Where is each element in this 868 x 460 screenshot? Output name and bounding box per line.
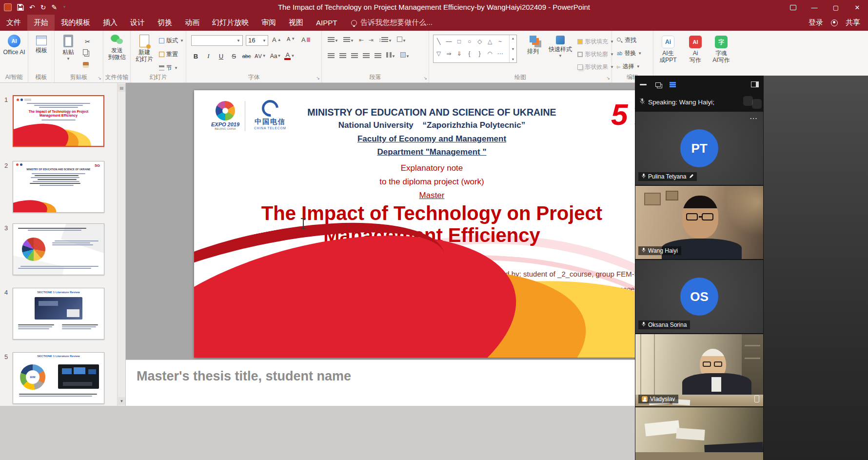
shape-arrow-right-icon[interactable]: ⇒	[444, 47, 454, 60]
section-button[interactable]: 节▼	[159, 64, 178, 72]
align-center-icon[interactable]	[339, 53, 346, 58]
tab-review[interactable]: 审阅	[255, 15, 282, 31]
format-painter-button[interactable]	[83, 62, 89, 68]
underline-button[interactable]: U	[217, 51, 226, 61]
send-to-wechat-button[interactable]: 发送 到微信	[106, 35, 128, 60]
collapse-panel-icon[interactable]	[640, 84, 647, 85]
decrease-indent-icon[interactable]: ⇤	[359, 37, 364, 43]
tab-aippt[interactable]: AIPPT	[310, 15, 343, 31]
align-left-icon[interactable]	[328, 53, 335, 58]
slide-master-line[interactable]: Master	[214, 191, 650, 200]
shape-arrow-down-icon[interactable]: ⇓	[454, 47, 464, 60]
bullets-button[interactable]: ▼	[328, 37, 338, 43]
qat-customize-icon[interactable]: ▼	[62, 5, 66, 9]
participant-tile-pulina[interactable]: ⋯ PT Pulina Tetyana	[635, 112, 763, 185]
increase-indent-icon[interactable]: ⇥	[369, 37, 374, 43]
align-right-icon[interactable]	[351, 53, 358, 58]
slide-explanatory-line[interactable]: Explanatory note	[214, 163, 650, 173]
participant-tile-partial[interactable]	[635, 407, 763, 460]
numbering-button[interactable]: ▼	[343, 37, 354, 43]
notes-text[interactable]: Master's thesis title, student name	[137, 369, 351, 384]
shape-hline-icon[interactable]: —	[444, 35, 454, 47]
find-button[interactable]: 查找	[617, 36, 636, 44]
ribbon-display-options-icon[interactable]	[782, 0, 804, 15]
justify-icon[interactable]	[363, 53, 370, 58]
layout-switch-icon[interactable]	[751, 81, 759, 87]
shape-rect-icon[interactable]: □	[454, 35, 464, 47]
font-name-combobox[interactable]: ▼	[191, 35, 243, 46]
redo-icon[interactable]: ↻	[40, 3, 46, 11]
slide-university-line[interactable]: National University “Zaporizhzhia Polyte…	[214, 120, 650, 130]
tab-file[interactable]: 文件	[0, 15, 27, 31]
tab-view[interactable]: 视图	[282, 15, 310, 31]
shadow-strike-button[interactable]: S	[229, 51, 238, 61]
thumbnail-scroll-down-icon[interactable]: ▼	[118, 397, 125, 405]
maximize-icon[interactable]: ▢	[825, 0, 847, 15]
undo-icon[interactable]: ↶	[29, 3, 35, 11]
font-size-combobox[interactable]: 16▼	[246, 35, 268, 46]
slide-ministry-line[interactable]: MINISTRY OF EDUCATION AND SCIENCE OF UKR…	[214, 107, 650, 118]
tab-animations[interactable]: 动画	[178, 15, 206, 31]
select-button[interactable]: ▻ 选择▼	[617, 62, 640, 71]
ai-generate-ppt-button[interactable]: Ai AI生 成PPT	[656, 36, 680, 63]
slide-canvas[interactable]: EXPO 2019 BEIJING CHINA 中国电信 CHINA TELEC…	[194, 90, 670, 358]
reset-button[interactable]: 重置	[159, 50, 178, 59]
tab-my-templates[interactable]: 我的模板	[55, 15, 97, 31]
shape-more-icon[interactable]: ⋯	[495, 47, 505, 60]
shape-arc-icon[interactable]: ◠	[485, 47, 495, 60]
distribute-icon[interactable]	[375, 53, 381, 58]
italic-button[interactable]: I	[204, 51, 213, 61]
clear-formatting-button[interactable]: A	[301, 36, 310, 43]
shapes-scroll-up-icon[interactable]: ▲	[512, 37, 515, 40]
user-icon[interactable]	[831, 20, 838, 26]
template-button[interactable]: 模板	[32, 36, 51, 54]
shape-curve-icon[interactable]: ~	[495, 35, 505, 47]
change-case-button[interactable]: Aa▼	[270, 51, 281, 61]
text-direction-button[interactable]: ▼	[397, 37, 406, 43]
shape-line-icon[interactable]: ╲	[434, 35, 444, 47]
font-dialog-launcher-icon[interactable]: ↘	[316, 76, 320, 80]
close-icon[interactable]: ✕	[847, 0, 868, 15]
bold-button[interactable]: B	[191, 51, 200, 61]
shrink-font-button[interactable]: A▼	[287, 36, 295, 42]
slide-faculty-line[interactable]: Faculty of Economy and Management	[214, 134, 650, 144]
clipboard-dialog-launcher-icon[interactable]: ↘	[98, 76, 101, 80]
shape-tridown-icon[interactable]: ▽	[434, 47, 444, 60]
quick-styles-button[interactable]: 快速样式 ▼	[546, 36, 574, 58]
participant-tile-wang[interactable]: Wang Haiyi	[635, 186, 763, 259]
shapes-scroll-down-icon[interactable]: ▼	[512, 47, 515, 51]
character-spacing-button[interactable]: AV▼	[255, 51, 267, 61]
shape-effects-button[interactable]: 形状效果▼	[577, 63, 614, 71]
arrange-button[interactable]: 排列	[523, 36, 543, 55]
tell-me-box[interactable]: 告诉我您想要做什么...	[343, 15, 440, 31]
rename-pencil-icon[interactable]	[689, 173, 693, 180]
thumbnail-scrollbar[interactable]: ▤ ▼	[117, 83, 125, 406]
copy-button[interactable]	[83, 49, 88, 55]
slide-thumbnail-5[interactable]: SECTIONE 1 Literature Review BIM	[13, 352, 104, 404]
paste-button[interactable]: 粘贴 ▼	[59, 35, 78, 61]
gallery-view-icon[interactable]	[655, 82, 661, 87]
office-ai-button[interactable]: AI Office AI	[2, 35, 26, 56]
slide-thumbnail-4[interactable]: SECTIONE 1 Literature Review	[13, 288, 104, 340]
zihun-ai-writing-button[interactable]: 字 字魂 AI写作	[709, 36, 733, 63]
layout-button[interactable]: 版式▼	[159, 37, 184, 45]
cut-button[interactable]: ✂	[83, 37, 92, 46]
participant-tile-vladyslav[interactable]: Vladyslav	[635, 334, 763, 406]
slide-thumbnail-2[interactable]: 5G MINISTRY OF EDUCATION AND SCIENCE OF …	[13, 161, 104, 213]
slide-diploma-line[interactable]: to the diploma project (work)	[214, 177, 650, 187]
login-button[interactable]: 登录	[809, 18, 823, 27]
shape-fill-button[interactable]: 形状填充▼	[577, 38, 614, 46]
columns-button[interactable]: ▼	[386, 52, 395, 59]
font-color-button[interactable]: A▼	[284, 51, 295, 61]
slide-thumbnail-1[interactable]: The Impact of Technology on Project Mana…	[13, 95, 104, 147]
new-slide-button[interactable]: 新建 幻灯片	[134, 35, 155, 62]
shape-brace-right-icon[interactable]: }	[474, 47, 485, 60]
paragraph-dialog-launcher-icon[interactable]: ↘	[423, 76, 427, 80]
shape-diamond-icon[interactable]: ◇	[474, 35, 485, 47]
tab-insert[interactable]: 插入	[97, 15, 124, 31]
share-button[interactable]: 共享	[846, 18, 860, 27]
line-spacing-button[interactable]: ↕▼	[378, 37, 392, 43]
pen-mode-icon[interactable]: ✎	[51, 3, 57, 11]
minimize-icon[interactable]: —	[804, 0, 825, 15]
tab-home[interactable]: 开始	[27, 15, 55, 31]
